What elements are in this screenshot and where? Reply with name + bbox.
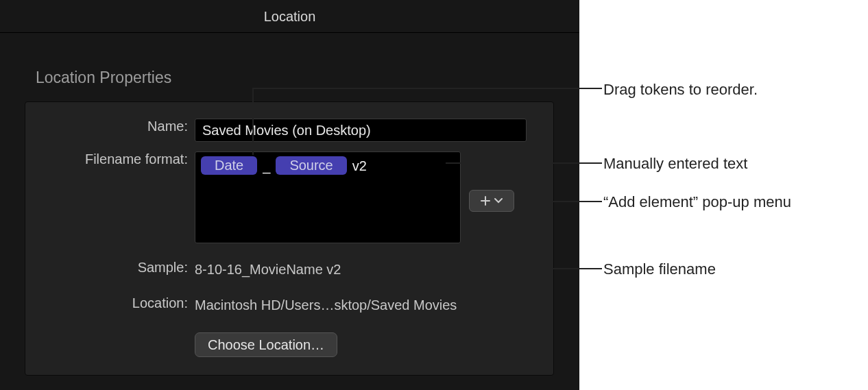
location-value: Macintosh HD/Users…sktop/Saved Movies xyxy=(195,295,457,315)
callout-drag: Drag tokens to reorder. xyxy=(603,81,758,99)
location-label: Location: xyxy=(25,295,195,311)
sample-value: 8-10-16_MovieName v2 xyxy=(195,260,341,279)
token-separator: _ xyxy=(261,156,272,175)
name-label: Name: xyxy=(25,119,195,134)
token-date[interactable]: Date xyxy=(201,156,257,175)
callout-line xyxy=(252,88,254,155)
name-input[interactable] xyxy=(195,119,527,142)
callout-manual: Manually entered text xyxy=(603,155,747,173)
location-panel: Location Location Properties Name: Filen… xyxy=(0,0,579,390)
section-title: Location Properties xyxy=(0,33,579,87)
chevron-down-icon xyxy=(494,198,503,204)
plus-icon xyxy=(481,196,490,206)
sample-label: Sample: xyxy=(25,260,195,276)
token-source[interactable]: Source xyxy=(276,156,346,175)
properties-box: Name: Filename format: Date _ Source v2 xyxy=(25,101,554,376)
callout-line xyxy=(525,201,602,202)
panel-title: Location xyxy=(0,0,579,33)
manual-text[interactable]: v2 xyxy=(351,156,367,175)
callout-line xyxy=(446,162,602,164)
add-element-button[interactable] xyxy=(469,190,514,212)
callout-add: “Add element” pop-up menu xyxy=(603,193,791,211)
filename-format-field[interactable]: Date _ Source v2 xyxy=(195,151,461,243)
callout-line xyxy=(252,88,602,89)
choose-location-button[interactable]: Choose Location… xyxy=(195,332,337,357)
format-label: Filename format: xyxy=(25,151,195,167)
callout-sample: Sample filename xyxy=(603,260,716,278)
callout-line xyxy=(366,268,602,269)
